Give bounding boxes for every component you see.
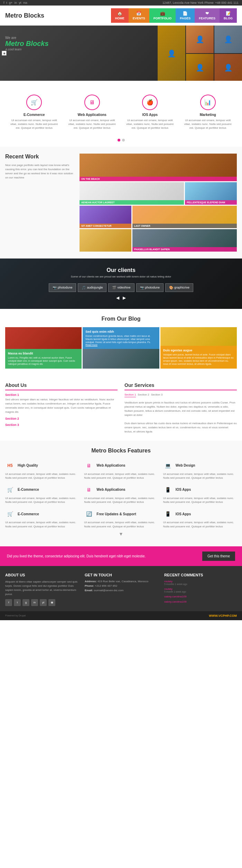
feature-desc-ios2: Ut accumsan est ornare, tempus velit vit… <box>163 520 237 528</box>
feature-desc-hq: Ut accumsan est ornare, tempus velit vit… <box>5 472 79 480</box>
expand-button[interactable]: ▼ <box>5 528 237 539</box>
portfolio-item-alt[interactable] <box>80 229 131 252</box>
nav-item-events[interactable]: 📅 EVENTS <box>129 8 149 23</box>
services-pagination <box>5 139 237 142</box>
blog-title-3: Duis egestas augue <box>163 349 234 352</box>
footer-comment-2: roulaty 5 month 1 week ago <box>164 587 237 593</box>
hero-photo-main: 👤 <box>158 26 185 81</box>
blog-title: From Our Blog <box>5 316 237 322</box>
portfolio-item-beach[interactable]: ON THE BEACH <box>80 154 237 181</box>
footer-address: Address: 419 Rue Belle vue, Casablanca, … <box>85 580 157 583</box>
portfolio-item-flowers[interactable]: SIT AMET CONSECTETUR <box>80 206 131 228</box>
blog-item-2[interactable]: Sed quis enim nibh Donec condimentum gra… <box>83 327 159 369</box>
footer-comment-3: oakey.carolina109 <box>164 595 237 598</box>
features-title: Metro Blocks Features <box>5 448 237 454</box>
footer-contact-col: GET IN TOUCH Address: 419 Rue Belle vue,… <box>85 573 157 606</box>
about-services-section: About Us Section 1 Sed ultrces semper di… <box>0 376 242 441</box>
nav-item-features[interactable]: ❤ FEATURES <box>195 8 220 23</box>
footer-social-fb[interactable]: f <box>5 599 12 606</box>
main-nav: 🏠 HOME 📅 EVENTS 💼 PORTFOLIO 📄 PAGES ❤ FE… <box>111 8 237 23</box>
hero-control-dot[interactable]: ◉ <box>2 51 7 56</box>
recent-work-desc: Nice one page portfolio web layout now k… <box>5 163 74 180</box>
feature-header-ec: 🛒 E-Commerce <box>5 485 79 495</box>
about-section-1-text: Sed ultrces semper diam ac varius. Integ… <box>5 398 118 414</box>
footer-about-col: ABOUT US Aliquam id libero vitae sapien … <box>5 573 78 606</box>
nav-item-home[interactable]: 🏠 HOME <box>111 8 129 23</box>
portfolio-item-beach2[interactable]: LAST OWNER <box>132 206 237 228</box>
client-logo-audiojungle: 🎵 audiojungle <box>78 283 106 292</box>
service-title-ios: IOS Apps <box>124 113 176 117</box>
cta-button[interactable]: Get this theme <box>202 552 235 561</box>
footer-comment-time-1: 5 months 1 week ago <box>164 583 237 585</box>
recent-work-layout: Recent Work Nice one page portfolio web … <box>5 154 237 252</box>
social-icon-f[interactable]: f <box>3 1 4 4</box>
social-icon-in[interactable]: in <box>15 1 17 4</box>
nav-item-portfolio[interactable]: 💼 PORTFOLIO <box>149 8 176 23</box>
dot-2[interactable] <box>122 139 125 142</box>
clients-next-arrow[interactable]: ▶ <box>123 295 126 300</box>
feature-header-wa2: 🖥 Web Applications <box>84 485 158 495</box>
feature-desc-wa2: Ut accumsan est ornare, tempus velit vit… <box>84 496 158 504</box>
nav-item-blog[interactable]: 📝 BLOG <box>220 8 237 23</box>
services-tab-2[interactable]: Section 2 <box>138 393 149 397</box>
footer-bottom-left: Powered by Drupal <box>5 614 26 617</box>
site-logo[interactable]: Metro Blocks <box>5 12 44 19</box>
services-tab-1[interactable]: Section 1 <box>124 393 136 397</box>
portfolio-label-bird: PELLENTESQUE ELEFEND DIAM <box>185 200 237 205</box>
our-services-title: Our Services <box>124 382 237 390</box>
hero-we-are: We are <box>5 36 49 40</box>
blog-item-3[interactable]: Duis egestas augue Volutpat sem purus, l… <box>160 327 237 369</box>
blog-item-1[interactable]: Massa eu blandit Lorem eu. Fringilla nec… <box>5 327 82 369</box>
blog-title-1: Massa eu blandit <box>8 352 79 355</box>
feature-item-ios: 📱 IOS Apps Ut accumsan est ornare, tempu… <box>163 485 237 504</box>
footer-grid: ABOUT US Aliquam id libero vitae sapien … <box>5 573 237 606</box>
nav-label-features: FEATURES <box>199 17 215 20</box>
feature-name-ios2: IOS Apps <box>176 512 191 516</box>
dot-1[interactable] <box>118 139 120 142</box>
portfolio-item-bird[interactable]: PELLENTESQUE ELEFEND DIAM <box>185 182 237 205</box>
feature-name-hq: High Quality <box>18 464 38 467</box>
footer-social-in[interactable]: in <box>31 599 38 606</box>
blog-title-2: Sed quis enim nibh <box>85 330 156 333</box>
nav-item-pages[interactable]: 📄 PAGES <box>176 8 195 23</box>
clients-prev-arrow[interactable]: ◀ <box>116 295 119 300</box>
footer-email: Email: ourmail@seven-biz.com <box>85 589 157 592</box>
service-item-marketing: 📊 Marketing Ut accumsan est ornare, temp… <box>179 91 237 134</box>
blog-icon: 📝 <box>226 11 231 16</box>
events-icon: 📅 <box>136 11 141 16</box>
portfolio-item-car[interactable]: PHASELLUS BLANDIT SAPIEN <box>132 229 237 252</box>
footer-phone: Phone: +212 856 437 852 <box>85 584 157 587</box>
social-icon-g[interactable]: g+ <box>9 1 12 4</box>
footer-comments-title: RECENT COMMENTS <box>164 573 237 577</box>
social-icon-yt[interactable]: yt <box>19 1 21 4</box>
footer-address-label: Address: <box>85 580 97 583</box>
webapps-icon: 🖥 <box>84 95 100 110</box>
hero-photo-3: 👤 <box>214 26 242 53</box>
footer-phone-label: Phone: <box>85 584 95 587</box>
html5-icon: H5 <box>5 461 15 470</box>
footer-social-tw[interactable]: t <box>14 599 21 606</box>
feature-item-ecommerce2: 🛒 E-Commerce Ut accumsan est ornare, tem… <box>5 509 79 528</box>
portfolio-item-laptop[interactable]: AENEAN AUCTOR LAGREET <box>80 182 184 205</box>
footer-social-icons: f t g in yt ◉ <box>5 599 78 606</box>
blog-read-more-2[interactable]: Read more <box>85 344 156 346</box>
footer-social-gp[interactable]: g <box>22 599 29 606</box>
blog-grid: Massa eu blandit Lorem eu. Fringilla nec… <box>5 327 237 369</box>
graphicrive-label: graphicrive <box>174 286 189 289</box>
hero-photo-4: 👤 <box>186 54 214 81</box>
services-text-2: Duis diam lamus ultrice fas custo dura r… <box>124 421 237 434</box>
services-tab-3[interactable]: Section 3 <box>151 393 162 397</box>
graphicrive-icon: 🎨 <box>169 286 173 290</box>
portfolio-label-laptop: AENEAN AUCTOR LAGREET <box>80 200 184 205</box>
social-icon-t[interactable]: t <box>6 1 7 4</box>
blog-bg-1: Massa eu blandit Lorem eu. Fringilla nec… <box>5 327 82 369</box>
nav-label-events: EVENTS <box>133 17 145 20</box>
feature-desc-wd: Ut accumsan est ornare, tempus velit vit… <box>163 472 237 480</box>
cta-text: Did you lived the theme, consectetur adi… <box>7 554 146 558</box>
footer-social-rss[interactable]: ◉ <box>48 599 55 606</box>
footer-email-value: ourmail@seven-biz.com <box>94 589 123 592</box>
social-icon-rss[interactable]: rss <box>23 1 27 4</box>
footer-social-yt[interactable]: yt <box>40 599 47 606</box>
features-icon: ❤ <box>205 11 209 16</box>
hero-face-5: 👤 <box>214 54 242 81</box>
